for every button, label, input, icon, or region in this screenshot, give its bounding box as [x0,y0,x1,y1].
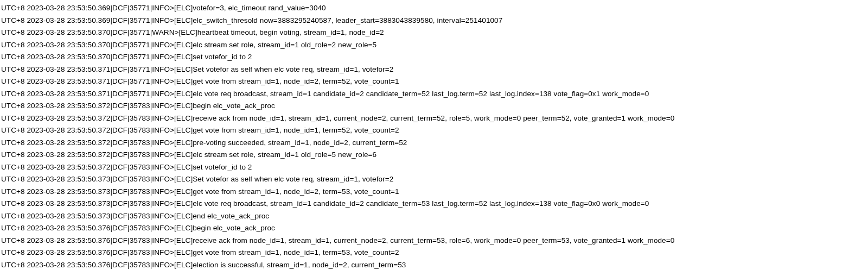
log-message: elc stream set role, stream_id=1 old_rol… [193,150,376,159]
log-tag: [ELC] [174,16,193,24]
log-level: INFO [152,261,170,269]
log-timestamp: UTC+8 2023-03-28 23:53:50.372 [1,163,110,171]
log-module: DCF [112,4,127,12]
log-module: DCF [112,224,127,232]
log-module: DCF [112,139,127,147]
log-message: elc vote req broadcast, stream_id=1 cand… [193,90,649,98]
log-pid: 35771 [130,65,150,73]
log-module: DCF [112,90,127,98]
log-level: INFO [152,41,170,49]
log-module: DCF [112,114,127,122]
log-line: UTC+8 2023-03-28 23:53:50.372|DCF|35783|… [1,161,868,174]
log-pid: 35771 [130,90,150,98]
log-timestamp: UTC+8 2023-03-28 23:53:50.370 [1,28,110,36]
log-line: UTC+8 2023-03-28 23:53:50.372|DCF|35783|… [1,112,868,125]
log-tag: [ELC] [174,114,193,122]
log-module: DCF [112,65,127,73]
log-module: DCF [112,175,127,183]
log-level: INFO [152,150,170,159]
log-message: elc_switch_thresold now=3883295240587, l… [193,16,502,24]
log-output: UTC+8 2023-03-28 23:53:50.369|DCF|35771|… [0,0,868,271]
log-line: UTC+8 2023-03-28 23:53:50.369|DCF|35771|… [1,2,868,15]
log-tag: [ELC] [174,261,193,269]
log-message: begin elc_vote_ack_proc [193,224,275,232]
log-line: UTC+8 2023-03-28 23:53:50.371|DCF|35771|… [1,88,868,101]
log-pid: 35783 [130,150,150,159]
log-tag: [ELC] [174,126,193,134]
log-pid: 35771 [130,28,150,36]
log-pid: 35783 [130,187,150,196]
log-timestamp: UTC+8 2023-03-28 23:53:50.372 [1,150,110,159]
log-timestamp: UTC+8 2023-03-28 23:53:50.372 [1,114,110,122]
log-line: UTC+8 2023-03-28 23:53:50.371|DCF|35771|… [1,76,868,88]
log-level: INFO [152,114,170,122]
log-timestamp: UTC+8 2023-03-28 23:53:50.376 [1,261,110,269]
log-line: UTC+8 2023-03-28 23:53:50.371|DCF|35771|… [1,64,868,76]
log-tag: [ELC] [174,53,193,61]
log-level: INFO [152,163,170,171]
log-tag: [ELC] [174,150,193,159]
log-line: UTC+8 2023-03-28 23:53:50.373|DCF|35783|… [1,210,868,223]
log-tag: [ELC] [174,248,193,256]
log-pid: 35771 [130,41,150,49]
log-line: UTC+8 2023-03-28 23:53:50.372|DCF|35783|… [1,149,868,161]
log-module: DCF [112,77,127,85]
log-line: UTC+8 2023-03-28 23:53:50.376|DCF|35783|… [1,222,868,235]
log-pid: 35783 [130,261,150,269]
log-pid: 35771 [130,4,150,12]
log-level: WARN [152,28,174,36]
log-pid: 35783 [130,102,150,110]
log-tag: [ELC] [174,212,193,220]
log-module: DCF [112,53,127,61]
log-timestamp: UTC+8 2023-03-28 23:53:50.373 [1,187,110,196]
log-level: INFO [152,248,170,256]
log-tag: [ELC] [174,4,193,12]
log-pid: 35783 [130,248,150,256]
log-line: UTC+8 2023-03-28 23:53:50.376|DCF|35783|… [1,247,868,259]
log-timestamp: UTC+8 2023-03-28 23:53:50.371 [1,90,110,98]
log-module: DCF [112,261,127,269]
log-pid: 35783 [130,175,150,183]
log-pid: 35783 [130,212,150,220]
log-message: get vote from stream_id=1, node_id=1, te… [193,126,399,134]
log-line: UTC+8 2023-03-28 23:53:50.370|DCF|35771|… [1,51,868,64]
log-module: DCF [112,16,127,24]
log-message: Set votefor as self when elc vote req, s… [193,175,393,183]
log-line: UTC+8 2023-03-28 23:53:50.372|DCF|35783|… [1,137,868,149]
log-line: UTC+8 2023-03-28 23:53:50.370|DCF|35771|… [1,39,868,52]
log-module: DCF [112,199,127,208]
log-message: elc vote req broadcast, stream_id=1 cand… [193,199,649,208]
log-message: get vote from stream_id=1, node_id=2, te… [193,187,399,196]
log-tag: [ELC] [174,236,193,244]
log-message: receive ack from node_id=1, stream_id=1,… [193,236,674,244]
log-tag: [ELC] [174,163,193,171]
log-module: DCF [112,236,127,244]
log-pid: 35771 [130,53,150,61]
log-timestamp: UTC+8 2023-03-28 23:53:50.371 [1,65,110,73]
log-timestamp: UTC+8 2023-03-28 23:53:50.370 [1,53,110,61]
log-tag: [ELC] [174,90,193,98]
log-module: DCF [112,41,127,49]
log-level: INFO [152,187,170,196]
log-pid: 35771 [130,77,150,85]
log-module: DCF [112,102,127,110]
log-level: INFO [152,199,170,208]
log-level: INFO [152,4,170,12]
log-timestamp: UTC+8 2023-03-28 23:53:50.376 [1,248,110,256]
log-module: DCF [112,126,127,134]
log-timestamp: UTC+8 2023-03-28 23:53:50.369 [1,4,110,12]
log-timestamp: UTC+8 2023-03-28 23:53:50.372 [1,102,110,110]
log-timestamp: UTC+8 2023-03-28 23:53:50.369 [1,16,110,24]
log-message: pre-voting succeeded, stream_id=1, node_… [193,139,407,147]
log-tag: [ELC] [174,199,193,208]
log-tag: [ELC] [174,175,193,183]
log-level: INFO [152,90,170,98]
log-module: DCF [112,187,127,196]
log-tag: [ELC] [174,187,193,196]
log-line: UTC+8 2023-03-28 23:53:50.372|DCF|35783|… [1,124,868,137]
log-line: UTC+8 2023-03-28 23:53:50.370|DCF|35771|… [1,27,868,39]
log-level: INFO [152,236,170,244]
log-timestamp: UTC+8 2023-03-28 23:53:50.371 [1,77,110,85]
log-pid: 35783 [130,236,150,244]
log-tag: [ELC] [174,41,193,49]
